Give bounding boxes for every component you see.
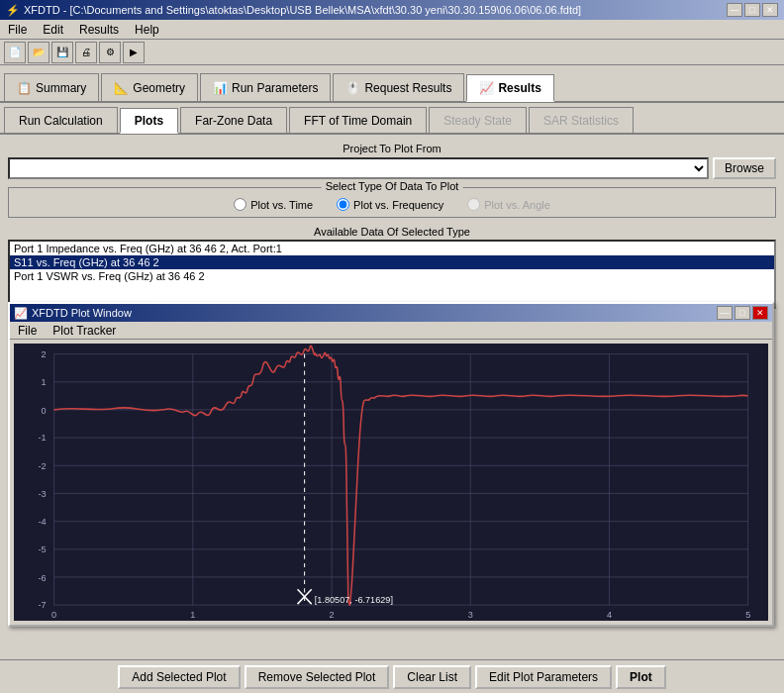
available-data-label: Available Data Of Selected Type (8, 226, 776, 238)
subtab-far-zone-label: Far-Zone Data (195, 114, 272, 128)
toolbar-btn6[interactable]: ▶ (123, 42, 145, 63)
svg-text:1: 1 (41, 377, 46, 387)
subtab-steady-state: Steady State (429, 107, 527, 133)
tab-request-results[interactable]: 🖱️ Request Results (333, 73, 464, 101)
title-bar: ⚡ XFDTD - [C:\Documents and Settings\ato… (0, 0, 784, 20)
plot-menu-bar: File Plot Tracker (10, 322, 772, 340)
window-title: XFDTD - [C:\Documents and Settings\atokt… (24, 4, 581, 16)
radio-time-input[interactable] (234, 198, 246, 211)
svg-text:-6: -6 (38, 573, 46, 583)
app-icon: ⚡ (6, 4, 20, 17)
menu-results[interactable]: Results (75, 23, 123, 37)
menu-help[interactable]: Help (131, 23, 163, 37)
plot-menu-file[interactable]: File (14, 324, 41, 338)
geometry-icon: 📐 (114, 81, 129, 95)
svg-text:-7: -7 (38, 600, 46, 610)
toolbar-open[interactable]: 📂 (28, 42, 49, 63)
tab-summary-label: Summary (36, 81, 86, 95)
tab-run-parameters[interactable]: 📊 Run Parameters (200, 73, 331, 101)
menu-edit[interactable]: Edit (39, 23, 67, 37)
toolbar: 📄 📂 💾 🖨 ⚙ ▶ (0, 40, 784, 65)
browse-button[interactable]: Browse (713, 157, 776, 179)
sub-tabs: Run Calculation Plots Far-Zone Data FFT … (0, 103, 784, 135)
clear-list-button[interactable]: Clear List (393, 665, 471, 689)
svg-text:4: 4 (607, 610, 612, 620)
svg-text:5: 5 (745, 610, 750, 620)
subtab-far-zone[interactable]: Far-Zone Data (180, 107, 287, 133)
plot-maximize-button[interactable]: □ (735, 306, 750, 320)
project-section-label: Project To Plot From (8, 143, 776, 154)
svg-rect-0 (14, 344, 768, 621)
menu-file[interactable]: File (4, 23, 31, 37)
svg-text:2: 2 (330, 610, 335, 620)
data-item-1[interactable]: Port 1 Impedance vs. Freq (GHz) at 36 46… (10, 242, 774, 255)
radio-freq-label: Plot vs. Frequency (353, 199, 443, 211)
project-dropdown[interactable] (8, 157, 709, 179)
svg-text:-4: -4 (38, 517, 46, 527)
main-content: Project To Plot From Browse Select Type … (0, 135, 784, 317)
subtab-fft-label: FFT of Time Domain (304, 114, 412, 128)
toolbar-new[interactable]: 📄 (4, 42, 26, 63)
data-list[interactable]: Port 1 Impedance vs. Freq (GHz) at 36 46… (8, 240, 776, 309)
subtab-sar-label: SAR Statistics (543, 114, 619, 128)
subtab-steady-state-label: Steady State (443, 114, 512, 128)
subtab-plots[interactable]: Plots (120, 108, 178, 134)
subtab-run-calculation[interactable]: Run Calculation (4, 107, 118, 133)
plot-window: 📈 XFDTD Plot Window — □ ✕ File Plot Trac… (8, 302, 774, 627)
nav-tabs: 📋 Summary 📐 Geometry 📊 Run Parameters 🖱️… (0, 65, 784, 103)
radio-plot-vs-frequency[interactable]: Plot vs. Frequency (337, 198, 443, 211)
plot-button[interactable]: Plot (616, 665, 666, 689)
tab-summary[interactable]: 📋 Summary (4, 73, 99, 101)
remove-selected-plot-button[interactable]: Remove Selected Plot (245, 665, 390, 689)
plot-minimize-button[interactable]: — (717, 306, 733, 320)
radio-row: Plot vs. Time Plot vs. Frequency Plot vs… (17, 198, 767, 211)
svg-text:-1: -1 (38, 433, 46, 443)
plot-svg: 2 1 0 -1 -2 -3 -4 -5 -6 -7 0 1 2 3 4 5 (14, 344, 768, 621)
minimize-button[interactable]: — (727, 3, 742, 17)
plot-area: 2 1 0 -1 -2 -3 -4 -5 -6 -7 0 1 2 3 4 5 (14, 344, 768, 621)
tab-results-label: Results (498, 81, 540, 95)
plot-window-title: XFDTD Plot Window (32, 307, 132, 319)
tab-run-params-label: Run Parameters (232, 81, 318, 95)
radio-freq-input[interactable] (337, 198, 349, 211)
radio-time-label: Plot vs. Time (250, 199, 313, 211)
svg-text:-5: -5 (38, 544, 46, 554)
plot-menu-tracker[interactable]: Plot Tracker (49, 324, 120, 338)
add-selected-plot-button[interactable]: Add Selected Plot (118, 665, 240, 689)
tab-request-results-label: Request Results (364, 81, 451, 95)
tab-geometry[interactable]: 📐 Geometry (101, 73, 198, 101)
subtab-fft[interactable]: FFT of Time Domain (289, 107, 427, 133)
toolbar-print[interactable]: 🖨 (75, 42, 97, 63)
plot-window-title-bar: 📈 XFDTD Plot Window — □ ✕ (10, 304, 772, 322)
data-item-2[interactable]: S11 vs. Freq (GHz) at 36 46 2 (10, 255, 774, 269)
radio-angle-label: Plot vs. Angle (484, 199, 550, 211)
select-type-section: Select Type Of Data To Plot Plot vs. Tim… (8, 187, 776, 218)
radio-plot-vs-angle: Plot vs. Angle (467, 198, 550, 211)
menu-bar: File Edit Results Help (0, 20, 784, 40)
radio-plot-vs-time[interactable]: Plot vs. Time (234, 198, 313, 211)
run-params-icon: 📊 (213, 81, 228, 95)
svg-text:-3: -3 (38, 489, 46, 499)
svg-text:2: 2 (41, 349, 46, 359)
close-button[interactable]: ✕ (762, 3, 778, 17)
request-results-icon: 🖱️ (345, 81, 360, 95)
plot-close-button[interactable]: ✕ (752, 306, 768, 320)
svg-text:0: 0 (41, 406, 46, 416)
plot-window-icon: 📈 (14, 307, 28, 320)
bottom-bar: Add Selected Plot Remove Selected Plot C… (0, 659, 784, 693)
maximize-button[interactable]: □ (744, 3, 760, 17)
toolbar-save[interactable]: 💾 (51, 42, 73, 63)
edit-plot-parameters-button[interactable]: Edit Plot Parameters (475, 665, 612, 689)
data-item-3[interactable]: Port 1 VSWR vs. Freq (GHz) at 36 46 2 (10, 269, 774, 283)
tab-geometry-label: Geometry (133, 81, 185, 95)
svg-text:0: 0 (51, 610, 56, 620)
svg-text:[1.80507, -6.71629]: [1.80507, -6.71629] (315, 595, 393, 605)
project-row: Browse (8, 157, 776, 179)
tab-results[interactable]: 📈 Results (466, 74, 553, 102)
subtab-plots-label: Plots (135, 114, 163, 128)
subtab-sar: SAR Statistics (529, 107, 634, 133)
toolbar-btn5[interactable]: ⚙ (99, 42, 121, 63)
radio-angle-input (467, 198, 480, 211)
select-type-legend: Select Type Of Data To Plot (322, 180, 463, 192)
results-icon: 📈 (479, 81, 494, 95)
